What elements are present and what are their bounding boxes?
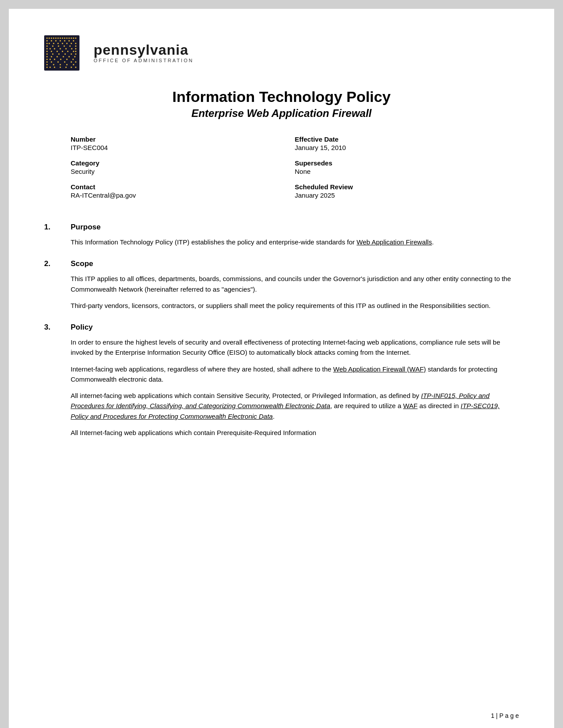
svg-rect-83 xyxy=(65,67,67,68)
svg-rect-36 xyxy=(46,48,48,49)
logo-subtitle-text: OFFICE OF ADMINISTRATION xyxy=(94,58,193,63)
svg-rect-71 xyxy=(64,61,65,63)
svg-rect-49 xyxy=(75,51,76,52)
pa-logo xyxy=(44,35,88,71)
svg-rect-33 xyxy=(64,45,65,47)
svg-rect-46 xyxy=(62,51,63,52)
doc-main-title: Information Technology Policy xyxy=(44,88,519,105)
meta-scheduled-review-value: January 2025 xyxy=(295,191,519,199)
svg-rect-16 xyxy=(51,40,52,41)
svg-rect-15 xyxy=(46,40,48,41)
svg-rect-80 xyxy=(49,67,51,68)
svg-rect-45 xyxy=(57,51,58,52)
svg-rect-41 xyxy=(71,48,72,49)
document-page: pennsylvania OFFICE OF ADMINISTRATION In… xyxy=(9,9,554,728)
svg-rect-79 xyxy=(46,67,48,68)
section-2-scope: 2. Scope This ITP applies to all offices… xyxy=(44,259,519,311)
svg-rect-14 xyxy=(75,38,76,39)
logo-pennsylvania-text: pennsylvania xyxy=(94,43,193,57)
svg-rect-58 xyxy=(57,56,58,57)
svg-rect-20 xyxy=(68,40,70,41)
waf-link-3[interactable]: WAF xyxy=(403,402,418,409)
meta-number-value: ITP-SEC004 xyxy=(71,144,295,151)
section-2-content: This ITP applies to all offices, departm… xyxy=(71,274,519,311)
svg-rect-30 xyxy=(46,45,48,47)
section-2-number: 2. xyxy=(44,259,71,268)
svg-rect-53 xyxy=(64,53,66,55)
meta-supersedes-value: None xyxy=(295,168,519,175)
page-number: 1 | P a g e xyxy=(491,712,519,719)
svg-rect-57 xyxy=(51,56,52,57)
svg-rect-69 xyxy=(51,61,52,63)
svg-rect-66 xyxy=(66,59,68,60)
section-3-para-3: All internet-facing web applications whi… xyxy=(71,390,519,421)
svg-rect-78 xyxy=(73,64,74,65)
svg-rect-27 xyxy=(66,43,68,44)
section-1-title: Purpose xyxy=(71,223,101,232)
svg-rect-9 xyxy=(64,38,65,39)
svg-rect-82 xyxy=(60,67,61,68)
svg-rect-59 xyxy=(63,56,64,57)
section-3-para-2: Internet-facing web applications, regard… xyxy=(71,364,519,385)
svg-rect-19 xyxy=(64,40,65,41)
svg-rect-32 xyxy=(58,45,59,47)
meta-scheduled-review: Scheduled Review January 2025 xyxy=(295,183,519,199)
meta-grid: Number ITP-SEC004 Effective Date January… xyxy=(71,135,519,207)
section-3-number: 3. xyxy=(44,323,71,332)
svg-rect-13 xyxy=(73,38,74,39)
svg-rect-54 xyxy=(71,53,72,55)
section-1-content: This Information Technology Policy (ITP)… xyxy=(71,237,519,247)
svg-rect-10 xyxy=(66,38,68,39)
logo-text: pennsylvania OFFICE OF ADMINISTRATION xyxy=(94,43,193,63)
svg-rect-56 xyxy=(46,56,48,57)
svg-rect-48 xyxy=(73,51,74,52)
svg-rect-26 xyxy=(62,43,63,44)
section-3-content: In order to ensure the highest levels of… xyxy=(71,337,519,438)
meta-scheduled-review-label: Scheduled Review xyxy=(295,183,519,191)
page-footer: 1 | P a g e xyxy=(491,712,519,719)
svg-rect-37 xyxy=(49,48,51,49)
svg-rect-2 xyxy=(49,38,50,39)
svg-rect-52 xyxy=(58,53,60,55)
waf-link-1[interactable]: Web Application Firewalls xyxy=(357,238,432,246)
svg-rect-29 xyxy=(75,43,76,44)
svg-rect-61 xyxy=(74,56,76,57)
svg-rect-3 xyxy=(51,38,52,39)
meta-effective-date-value: January 15, 2010 xyxy=(295,144,519,151)
meta-contact: Contact RA-ITCentral@pa.gov xyxy=(71,183,295,199)
waf-link-2[interactable]: Web Application Firewall (WAF) xyxy=(333,365,426,373)
svg-rect-5 xyxy=(55,38,57,39)
svg-rect-50 xyxy=(46,53,48,55)
doc-sub-title: Enterprise Web Application Firewall xyxy=(44,107,519,120)
section-1-purpose: 1. Purpose This Information Technology P… xyxy=(44,223,519,247)
svg-rect-40 xyxy=(65,48,67,49)
section-1-header: 1. Purpose xyxy=(44,223,519,232)
itp-inf015-link[interactable]: ITP-INF015, Policy and Procedures for Id… xyxy=(71,392,490,409)
svg-rect-47 xyxy=(67,51,68,52)
svg-rect-6 xyxy=(57,38,59,39)
svg-rect-23 xyxy=(49,43,50,44)
section-3-para-1: In order to ensure the highest levels of… xyxy=(71,337,519,358)
section-2-para-1: This ITP applies to all offices, departm… xyxy=(71,274,519,294)
svg-rect-60 xyxy=(68,56,70,57)
svg-rect-7 xyxy=(60,38,61,39)
svg-rect-34 xyxy=(69,45,71,47)
meta-number-label: Number xyxy=(71,135,295,143)
svg-rect-43 xyxy=(46,51,48,52)
doc-title-section: Information Technology Policy Enterprise… xyxy=(44,88,519,120)
svg-rect-17 xyxy=(55,40,57,41)
svg-rect-42 xyxy=(75,48,76,49)
svg-rect-55 xyxy=(75,53,76,55)
svg-rect-39 xyxy=(60,48,61,49)
meta-contact-label: Contact xyxy=(71,183,295,191)
svg-rect-84 xyxy=(71,67,72,68)
logo-section: pennsylvania OFFICE OF ADMINISTRATION xyxy=(44,35,519,71)
svg-rect-85 xyxy=(75,67,76,68)
section-2-title: Scope xyxy=(71,259,93,268)
svg-rect-68 xyxy=(46,61,48,63)
svg-rect-18 xyxy=(60,40,61,41)
svg-rect-12 xyxy=(71,38,72,39)
meta-number: Number ITP-SEC004 xyxy=(71,135,295,151)
svg-rect-44 xyxy=(51,51,52,52)
svg-rect-1 xyxy=(46,38,48,39)
